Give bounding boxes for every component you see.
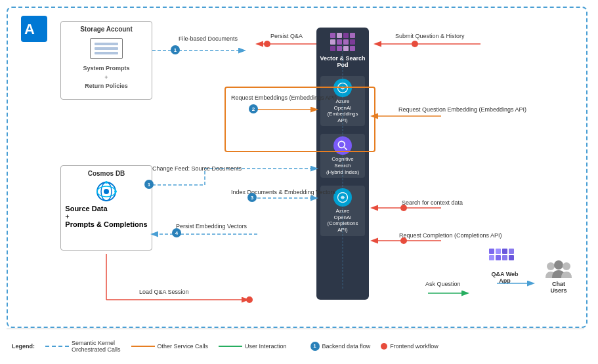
num-circle-persist-embed: 4 [172, 228, 181, 237]
cognitive-search-label: CognitiveSearch(Hybrid Index) [326, 156, 359, 175]
ann-file-based-docs: File-based Documents [179, 35, 238, 43]
ann-load-qa-session: Load Q&A Session [139, 289, 189, 296]
storage-labels: System Prompts+Return Policies [83, 64, 129, 91]
legend-user-interaction-label: User Interaction [245, 343, 287, 350]
ann-ask-question: Ask Question [425, 281, 461, 288]
svg-point-13 [554, 260, 563, 270]
svg-point-5 [104, 189, 109, 194]
red-dot-search [400, 205, 407, 211]
num-circle-index-docs: 3 [247, 193, 257, 202]
legend: Legend: Semantic KernelOrchestrated Call… [7, 329, 584, 363]
ann-index-docs: Index Documents & Embedding Vectors [231, 189, 335, 196]
ann-request-question-embedding: Request Question Embedding (Embeddings A… [398, 106, 526, 113]
legend-title: Legend: [12, 343, 35, 350]
legend-frontend-workflow: Frontend workflow [381, 343, 438, 350]
legend-backend-num: 1 [310, 342, 320, 351]
legend-backend-label: Backend data flow [322, 343, 371, 350]
azure-logo: A [21, 16, 47, 42]
cosmos-box: Cosmos DB Source Data+Prompts & Completi… [60, 165, 152, 251]
legend-frontend-dot [381, 343, 387, 350]
vector-grid-icon [330, 33, 355, 51]
svg-point-14 [563, 262, 570, 270]
legend-other-service-label: Other Service Calls [158, 343, 209, 350]
chat-users-icon [544, 260, 573, 281]
legend-other-service: Other Service Calls [131, 343, 209, 350]
ann-search-context: Search for context data [402, 199, 463, 207]
legend-backend-flow: 1 Backend data flow [310, 342, 371, 351]
cosmos-icon [93, 178, 119, 205]
legend-orange-line [131, 346, 155, 347]
openai-completions-icon [333, 188, 352, 207]
chat-users: Chat Users [544, 260, 573, 294]
cosmos-labels: Source Data+Prompts & Completions [65, 205, 147, 228]
ann-submit-question: Submit Question & History [395, 33, 465, 40]
qa-web-app-icon [489, 249, 521, 270]
num-circle-embeddings: 2 [249, 104, 258, 113]
num-circle-file-docs: 1 [171, 45, 180, 54]
red-dot-completion [400, 237, 407, 244]
storage-icon [90, 38, 123, 59]
ann-request-embeddings: Request Embeddings (Embeddings API) [231, 94, 337, 102]
svg-point-7 [114, 190, 117, 193]
vector-pod-title: Vector & SearchPod [320, 55, 365, 68]
cosmos-title: Cosmos DB [88, 170, 125, 177]
legend-semantic-kernel-label: Semantic KernelOrchestrated Calls [72, 340, 121, 353]
ann-request-completion: Request Completion (Completions API) [399, 232, 502, 239]
ann-persist-qa: Persist Q&A [270, 33, 303, 40]
ann-change-feed: Change Feed: Source Documents [152, 165, 242, 172]
legend-user-interaction: User Interaction [219, 343, 287, 350]
svg-point-6 [105, 181, 108, 184]
svg-point-12 [547, 262, 555, 270]
qa-web-app-label: Q&A Web App [491, 271, 518, 284]
red-dot-load-qa [246, 296, 253, 303]
legend-dashed-blue-line [45, 346, 69, 347]
storage-title: Storage Account [80, 26, 133, 33]
openai-completions-label: AzureOpenAI(CompletionsAPI) [327, 208, 358, 233]
ann-persist-embedding: Persist Embedding Vectors [176, 223, 247, 230]
red-dot-submit [412, 41, 418, 47]
red-dot-persist-qa [264, 41, 270, 47]
legend-green-line [219, 346, 242, 347]
chat-users-label: Chat Users [550, 281, 566, 294]
diagram-container: A Storage Account System Prompts+Return … [7, 7, 587, 328]
vector-pod: Vector & SearchPod AzureOpenAI(Embedding… [316, 28, 369, 300]
num-circle-change-feed: 1 [144, 180, 154, 189]
legend-semantic-kernel: Semantic KernelOrchestrated Calls [45, 340, 121, 353]
qa-web-app-box: Q&A Web App [489, 249, 521, 284]
legend-frontend-label: Frontend workflow [390, 343, 438, 350]
storage-box: Storage Account System Prompts+Return Po… [60, 21, 152, 100]
svg-text:A: A [24, 21, 35, 37]
